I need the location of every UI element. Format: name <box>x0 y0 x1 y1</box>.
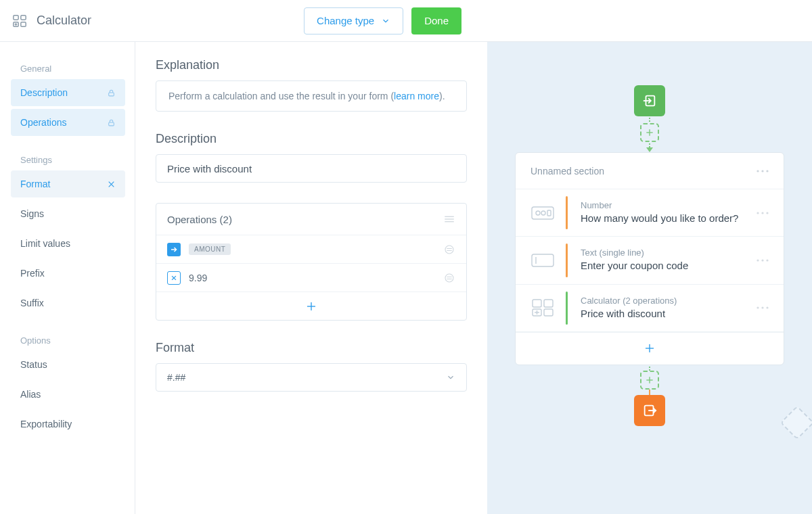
svg-point-33 <box>541 211 545 215</box>
sidebar-item-label: Signs <box>20 208 44 219</box>
add-operation-button[interactable] <box>156 291 466 320</box>
svg-rect-6 <box>109 92 114 95</box>
svg-rect-31 <box>532 207 554 219</box>
sidebar-item-label: Description <box>20 87 68 98</box>
learn-more-link[interactable]: learn more <box>394 91 439 101</box>
arrow-down-icon <box>646 147 653 152</box>
svg-point-19 <box>445 274 453 282</box>
svg-rect-34 <box>547 210 551 216</box>
svg-point-32 <box>536 211 540 215</box>
add-field-button[interactable] <box>516 332 784 365</box>
operation-row-multiply[interactable]: 9.99 <box>156 263 466 291</box>
flow-add-button[interactable] <box>640 123 659 142</box>
calculator-app-icon <box>12 14 27 28</box>
operations-header[interactable]: Operations (2) <box>156 204 466 235</box>
connector <box>649 116 650 123</box>
svg-rect-3 <box>21 22 26 26</box>
sidebar-item-label: Limit values <box>20 238 70 249</box>
svg-rect-38 <box>532 254 554 266</box>
sidebar: General Description Operations Settings … <box>0 42 135 514</box>
sidebar-item-label: Exportability <box>20 419 72 429</box>
svg-rect-0 <box>14 15 18 19</box>
operation-row-assign[interactable]: AMOUNT <box>156 235 466 263</box>
variable-chip-amount: AMOUNT <box>189 243 231 255</box>
sidebar-item-suffix[interactable]: Suffix <box>11 289 125 317</box>
sidebar-item-status[interactable]: Status <box>11 351 125 378</box>
more-icon[interactable] <box>757 170 769 172</box>
main-panel: Explanation Perform a calculation and us… <box>135 42 487 514</box>
svg-rect-44 <box>544 300 553 307</box>
sidebar-group-settings: Settings <box>11 149 125 168</box>
close-icon[interactable] <box>107 180 116 189</box>
assign-icon <box>167 243 181 256</box>
chevron-down-icon <box>381 16 390 26</box>
sidebar-item-limit-values[interactable]: Limit values <box>11 230 125 257</box>
svg-rect-7 <box>109 122 114 125</box>
svg-point-29 <box>761 170 763 172</box>
list-menu-icon[interactable] <box>443 214 455 224</box>
chevron-down-icon <box>446 373 455 382</box>
field-type-label: Calculator (2 operations) <box>581 296 744 306</box>
more-icon[interactable] <box>757 212 769 214</box>
sidebar-item-alias[interactable]: Alias <box>11 381 125 408</box>
sidebar-item-description[interactable]: Description <box>11 79 125 106</box>
svg-point-42 <box>766 259 768 261</box>
flow-entry-node[interactable] <box>634 85 665 116</box>
page-title: Calculator <box>37 14 91 28</box>
svg-rect-43 <box>533 300 541 307</box>
field-label: Price with discount <box>581 307 744 321</box>
more-icon[interactable] <box>757 259 769 262</box>
sidebar-group-options: Options <box>11 330 125 348</box>
svg-point-41 <box>761 259 763 261</box>
drag-handle-icon[interactable] <box>443 272 455 284</box>
connector <box>649 142 650 147</box>
sidebar-item-signs[interactable]: Signs <box>11 200 125 227</box>
format-heading: Format <box>156 341 467 355</box>
done-button[interactable]: Done <box>411 7 461 34</box>
change-type-button[interactable]: Change type <box>304 7 403 34</box>
operations-heading: Operations (2) <box>167 214 232 225</box>
field-label: Enter your coupon code <box>581 259 744 273</box>
description-input[interactable] <box>156 154 467 183</box>
svg-point-51 <box>766 307 768 309</box>
side-add-handle[interactable] <box>780 406 812 440</box>
drag-handle-icon[interactable] <box>443 243 455 256</box>
sidebar-item-operations[interactable]: Operations <box>11 109 125 136</box>
field-row-calculator[interactable]: Calculator (2 operations) Price with dis… <box>516 285 784 332</box>
sidebar-item-label: Prefix <box>20 268 45 279</box>
sidebar-item-label: Operations <box>20 117 66 128</box>
svg-point-40 <box>757 259 759 261</box>
sidebar-item-label: Alias <box>20 389 41 400</box>
format-value: #.## <box>167 372 185 383</box>
change-type-label: Change type <box>317 15 374 26</box>
description-heading: Description <box>156 132 467 146</box>
explanation-text-post: ). <box>439 91 445 101</box>
more-icon[interactable] <box>757 306 769 309</box>
svg-point-36 <box>761 212 763 214</box>
svg-rect-1 <box>21 15 26 19</box>
svg-point-37 <box>766 212 768 214</box>
sidebar-item-format[interactable]: Format <box>11 170 125 197</box>
text-field-icon <box>531 254 555 267</box>
field-type-label: Text (single line) <box>581 248 744 258</box>
calculator-field-icon <box>531 298 555 317</box>
section-header[interactable]: Unnamed section <box>516 153 784 189</box>
operations-box: Operations (2) AMOUNT <box>156 203 467 321</box>
explanation-box: Perform a calculation and use the result… <box>156 80 467 112</box>
flow-add-button[interactable] <box>640 371 659 390</box>
field-label: How many would you like to order? <box>581 212 744 225</box>
sidebar-item-label: Status <box>20 359 47 370</box>
svg-rect-46 <box>544 309 553 316</box>
svg-point-28 <box>757 170 759 172</box>
flow-exit-node[interactable] <box>634 395 665 426</box>
sidebar-group-general: General <box>11 58 125 76</box>
sidebar-item-label: Format <box>20 179 50 189</box>
sidebar-item-exportability[interactable]: Exportability <box>11 411 125 438</box>
svg-point-35 <box>757 212 759 214</box>
field-row-number[interactable]: Number How many would you like to order? <box>516 189 784 237</box>
section-title: Unnamed section <box>531 166 604 177</box>
sidebar-item-prefix[interactable]: Prefix <box>11 260 125 287</box>
format-select[interactable]: #.## <box>156 363 467 392</box>
field-row-text[interactable]: Text (single line) Enter your coupon cod… <box>516 237 784 284</box>
connector <box>649 390 650 395</box>
